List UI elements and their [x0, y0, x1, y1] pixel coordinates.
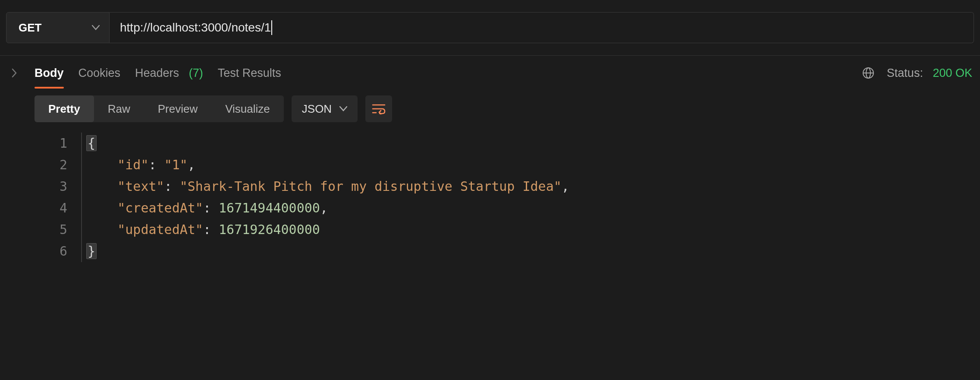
tab-cookies-label: Cookies: [79, 66, 121, 79]
view-visualize[interactable]: Visualize: [211, 95, 284, 122]
http-method-selector[interactable]: GET: [6, 12, 110, 43]
code-line: 2 "id": "1",: [35, 154, 980, 176]
json-number: 1671494400000: [219, 200, 320, 215]
status-block: Status: 200 OK: [887, 66, 972, 80]
json-key: "createdAt": [117, 200, 203, 215]
line-number: 1: [35, 133, 82, 154]
line-number: 4: [35, 197, 82, 219]
json-brace-open: {: [86, 135, 97, 151]
view-visualize-label: Visualize: [225, 102, 270, 116]
response-header: Body Cookies Headers (7) Test Results St…: [0, 56, 980, 86]
response-body-editor[interactable]: 1 { 2 "id": "1", 3 "text": "Shark-Tank P…: [0, 130, 980, 262]
view-pretty[interactable]: Pretty: [35, 95, 94, 122]
request-url-text: http://localhost:3000/notes/1: [120, 21, 271, 35]
request-bar: GET http://localhost:3000/notes/1: [0, 0, 980, 55]
chevron-down-icon: [92, 25, 100, 30]
text-cursor: [271, 20, 272, 35]
view-raw[interactable]: Raw: [94, 95, 144, 122]
response-tabs: Body Cookies Headers (7) Test Results: [28, 61, 862, 85]
tab-headers[interactable]: Headers (7): [135, 61, 203, 85]
code-line: 3 "text": "Shark-Tank Pitch for my disru…: [35, 176, 980, 197]
json-key: "updatedAt": [117, 222, 203, 237]
json-string: "Shark-Tank Pitch for my disruptive Star…: [180, 179, 562, 194]
line-number: 2: [35, 154, 82, 176]
view-preview-label: Preview: [158, 102, 198, 116]
json-number: 1671926400000: [219, 222, 320, 237]
code-line: 4 "createdAt": 1671494400000,: [35, 197, 980, 219]
code-line: 6 }: [35, 241, 980, 262]
tab-cookies[interactable]: Cookies: [79, 61, 121, 85]
view-raw-label: Raw: [108, 102, 130, 116]
line-number: 6: [35, 241, 82, 262]
tab-test-results-label: Test Results: [218, 66, 281, 79]
json-key: "id": [117, 157, 148, 172]
status-label: Status:: [887, 66, 923, 79]
line-number: 5: [35, 219, 82, 241]
line-number: 3: [35, 176, 82, 197]
status-code: 200 OK: [933, 66, 972, 79]
json-brace-close: }: [86, 243, 97, 259]
collapse-chevron-icon[interactable]: [0, 68, 28, 78]
chevron-down-icon: [339, 106, 347, 111]
wrap-lines-button[interactable]: [365, 95, 392, 122]
tab-test-results[interactable]: Test Results: [218, 61, 281, 85]
code-line: 5 "updatedAt": 1671926400000: [35, 219, 980, 241]
wrap-icon: [372, 103, 386, 114]
view-toolbar: Pretty Raw Preview Visualize JSON: [0, 86, 980, 130]
code-line: 1 {: [35, 133, 980, 154]
globe-icon[interactable]: [862, 66, 875, 79]
format-selector[interactable]: JSON: [292, 95, 358, 122]
tab-body[interactable]: Body: [35, 61, 64, 85]
view-preview[interactable]: Preview: [144, 95, 211, 122]
tab-headers-label: Headers: [135, 66, 179, 79]
http-method-label: GET: [19, 21, 41, 35]
request-url-input[interactable]: http://localhost:3000/notes/1: [110, 12, 974, 43]
json-key: "text": [117, 179, 164, 194]
response-meta: Status: 200 OK: [862, 66, 980, 80]
body-view-segmented-control: Pretty Raw Preview Visualize: [35, 95, 284, 122]
json-string: "1": [164, 157, 188, 172]
view-pretty-label: Pretty: [48, 102, 80, 116]
format-selected-label: JSON: [302, 102, 332, 116]
tab-body-label: Body: [35, 66, 64, 79]
headers-count: (7): [189, 66, 203, 79]
